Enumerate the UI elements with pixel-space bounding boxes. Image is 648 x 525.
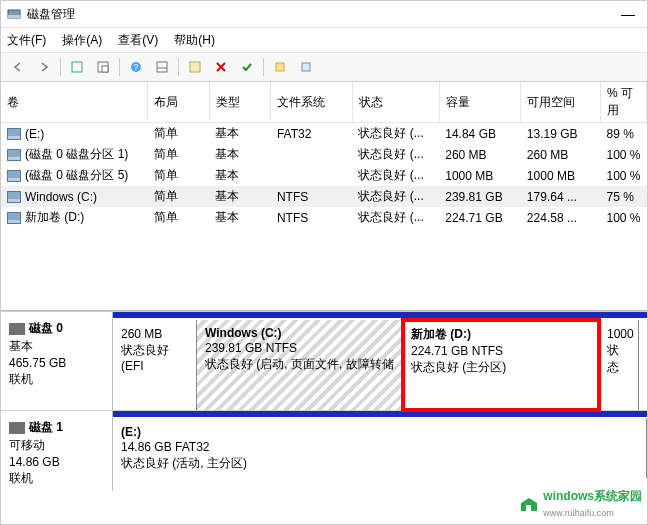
toolbar-button-2[interactable] bbox=[91, 55, 115, 79]
table-row[interactable]: 新加卷 (D:)简单基本NTFS状态良好 (...224.71 GB224.58… bbox=[1, 207, 647, 228]
toolbar: ? bbox=[1, 53, 647, 82]
partition-info: 260 MB bbox=[121, 327, 188, 341]
minimize-button[interactable]: — bbox=[615, 3, 641, 25]
toolbar-button-1[interactable] bbox=[65, 55, 89, 79]
disk-header-0[interactable]: 磁盘 0 基本 465.75 GB 联机 bbox=[1, 312, 113, 410]
partition-status: 状态良好 (主分区) bbox=[411, 359, 590, 376]
menu-action[interactable]: 操作(A) bbox=[62, 32, 102, 49]
svg-rect-11 bbox=[302, 63, 310, 71]
disk-body-0: 260 MB状态良好 (EFIWindows (C:)239.81 GB NTF… bbox=[113, 312, 647, 410]
delete-button[interactable] bbox=[209, 55, 233, 79]
col-pctfree[interactable]: % 可用 bbox=[600, 82, 646, 123]
back-button[interactable] bbox=[6, 55, 30, 79]
partition-status: 状态良好 (启动, 页面文件, 故障转储 bbox=[205, 356, 394, 373]
partition-info: 1000 bbox=[607, 327, 630, 341]
disk-type: 基本 bbox=[9, 338, 104, 355]
table-row[interactable]: (磁盘 0 磁盘分区 5)简单基本状态良好 (...1000 MB1000 MB… bbox=[1, 165, 647, 186]
partition[interactable]: Windows (C:)239.81 GB NTFS状态良好 (启动, 页面文件… bbox=[197, 320, 403, 410]
volume-list[interactable]: 卷 布局 类型 文件系统 状态 容量 可用空间 % 可用 (E:)简单基本FAT… bbox=[1, 82, 647, 311]
disk-state: 联机 bbox=[9, 470, 104, 487]
partition[interactable]: (E:) 14.86 GB FAT32 状态良好 (活动, 主分区) bbox=[113, 419, 647, 478]
menubar: 文件(F) 操作(A) 查看(V) 帮助(H) bbox=[1, 28, 647, 53]
disk-icon bbox=[9, 323, 25, 335]
svg-rect-1 bbox=[8, 15, 20, 18]
disk-icon bbox=[9, 422, 25, 434]
table-row[interactable]: (E:)简单基本FAT32状态良好 (...14.84 GB13.19 GB89… bbox=[1, 123, 647, 145]
check-button[interactable] bbox=[235, 55, 259, 79]
col-type[interactable]: 类型 bbox=[209, 82, 271, 123]
svg-rect-7 bbox=[157, 62, 167, 72]
volume-icon bbox=[7, 191, 21, 203]
disk-body-1: (E:) 14.86 GB FAT32 状态良好 (活动, 主分区) bbox=[113, 411, 647, 491]
toggle-bottom-pane-button[interactable] bbox=[150, 55, 174, 79]
partition-name: Windows (C:) bbox=[205, 326, 394, 340]
disk-title: 磁盘 0 bbox=[29, 321, 63, 335]
svg-text:?: ? bbox=[133, 62, 138, 72]
col-volume[interactable]: 卷 bbox=[1, 82, 148, 123]
col-status[interactable]: 状态 bbox=[352, 82, 439, 123]
volume-icon bbox=[7, 128, 21, 140]
disk-header-1[interactable]: 磁盘 1 可移动 14.86 GB 联机 bbox=[1, 411, 113, 491]
menu-help[interactable]: 帮助(H) bbox=[174, 32, 215, 49]
menu-file[interactable]: 文件(F) bbox=[7, 32, 46, 49]
partition-info: 14.86 GB FAT32 bbox=[121, 440, 638, 454]
col-layout[interactable]: 布局 bbox=[148, 82, 210, 123]
partition-status: 状态 bbox=[607, 342, 630, 376]
properties-button[interactable] bbox=[183, 55, 207, 79]
svg-rect-4 bbox=[102, 66, 108, 72]
titlebar: 磁盘管理 — bbox=[1, 1, 647, 28]
col-capacity[interactable]: 容量 bbox=[439, 82, 521, 123]
col-free[interactable]: 可用空间 bbox=[521, 82, 601, 123]
disk-title: 磁盘 1 bbox=[29, 420, 63, 434]
action-button-2[interactable] bbox=[294, 55, 318, 79]
partition-info: 224.71 GB NTFS bbox=[411, 344, 590, 358]
disk-row-1: 磁盘 1 可移动 14.86 GB 联机 (E:) 14.86 GB FAT32… bbox=[1, 410, 647, 491]
partition[interactable]: 260 MB状态良好 (EFI bbox=[113, 320, 197, 410]
partition[interactable]: 新加卷 (D:)224.71 GB NTFS状态良好 (主分区) bbox=[403, 320, 599, 410]
partition-status: 状态良好 (活动, 主分区) bbox=[121, 455, 638, 472]
disk-size: 465.75 GB bbox=[9, 356, 104, 370]
app-icon bbox=[7, 7, 21, 21]
table-row[interactable]: (磁盘 0 磁盘分区 1)简单基本状态良好 (...260 MB260 MB10… bbox=[1, 144, 647, 165]
partition-name: (E:) bbox=[121, 425, 638, 439]
partition-status: 状态良好 (EFI bbox=[121, 342, 188, 373]
volume-icon bbox=[7, 149, 21, 161]
menu-view[interactable]: 查看(V) bbox=[118, 32, 158, 49]
disk-state: 联机 bbox=[9, 371, 104, 388]
svg-rect-2 bbox=[72, 62, 82, 72]
svg-rect-9 bbox=[190, 62, 200, 72]
volume-icon bbox=[7, 212, 21, 224]
help-button[interactable]: ? bbox=[124, 55, 148, 79]
partition[interactable]: 1000状态 bbox=[599, 320, 639, 410]
forward-button[interactable] bbox=[32, 55, 56, 79]
svg-rect-10 bbox=[276, 63, 284, 71]
disk-row-0: 磁盘 0 基本 465.75 GB 联机 260 MB状态良好 (EFIWind… bbox=[1, 311, 647, 410]
action-button-1[interactable] bbox=[268, 55, 292, 79]
col-fs[interactable]: 文件系统 bbox=[271, 82, 353, 123]
partition-name: 新加卷 (D:) bbox=[411, 326, 590, 343]
disk-type: 可移动 bbox=[9, 437, 104, 454]
disk-map: 磁盘 0 基本 465.75 GB 联机 260 MB状态良好 (EFIWind… bbox=[1, 311, 647, 524]
table-row[interactable]: Windows (C:)简单基本NTFS状态良好 (...239.81 GB17… bbox=[1, 186, 647, 207]
volume-icon bbox=[7, 170, 21, 182]
disk-size: 14.86 GB bbox=[9, 455, 104, 469]
partition-info: 239.81 GB NTFS bbox=[205, 341, 394, 355]
window-title: 磁盘管理 bbox=[27, 6, 75, 23]
